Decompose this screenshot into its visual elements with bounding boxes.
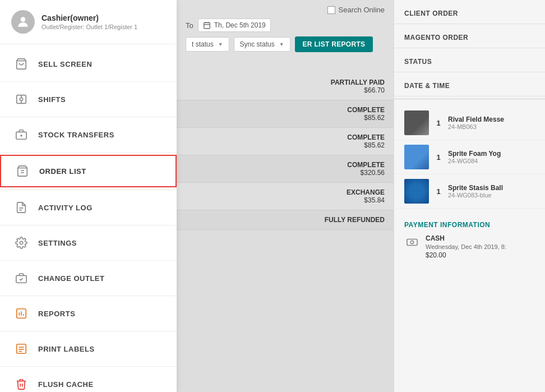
magento-order-label: MAGENTO ORDER: [404, 34, 468, 41]
order-items-list: 1 Rival Field Messe 24-MB063 1 Sprite Fo…: [394, 102, 545, 213]
order-amount: $85.62: [347, 141, 385, 149]
date-value: Th, Dec 5th 2019: [214, 21, 266, 29]
order-list-label: ORDER LIST: [39, 167, 86, 176]
search-online-checkbox[interactable]: [327, 6, 335, 14]
item-qty: 1: [435, 187, 442, 196]
order-row[interactable]: EXCHANGE $35.84: [177, 183, 394, 210]
status-caret-icon: ▼: [218, 41, 223, 47]
date-field[interactable]: Th, Dec 5th 2019: [198, 19, 271, 32]
print-labels-label: PRINT LABELS: [38, 345, 95, 353]
order-status: COMPLETE: [347, 133, 385, 141]
item-thumbnail: [404, 145, 429, 169]
user-sub: Outlet/Register: Outlet 1/Register 1: [41, 24, 137, 30]
order-status: EXCHANGE: [347, 188, 385, 196]
sync-status-label: Sync status: [240, 40, 275, 48]
settings-label: SETTINGS: [38, 239, 77, 247]
item-thumbnail: [404, 179, 429, 204]
order-status-block: PARTIALLY PAID $66.70: [331, 79, 385, 94]
item-sku: 24-WG083-blue: [448, 192, 503, 199]
reports-label: REPORTS: [38, 310, 75, 318]
sidebar-item-reports[interactable]: REPORTS: [0, 298, 177, 329]
sidebar-item-flush-cache[interactable]: FLUSH CACHE: [0, 369, 177, 392]
date-time-section: DATE & TIME: [394, 72, 545, 96]
svg-point-29: [410, 241, 414, 244]
sidebar-item-order-list[interactable]: ORDER LIST: [0, 155, 177, 187]
item-name: Sprite Foam Yog: [448, 150, 501, 158]
order-status-block: COMPLETE $85.62: [347, 106, 385, 122]
orders-icon: [15, 163, 30, 179]
item-name: Sprite Stasis Ball: [448, 184, 503, 192]
item-info: Rival Field Messe 24-MB063: [448, 116, 504, 130]
status-section: STATUS: [394, 48, 545, 72]
search-online-control[interactable]: Search Online: [327, 6, 385, 14]
payment-row: CASH Wednesday, Dec 4th 2019, 8: $20.00: [404, 234, 535, 259]
item-qty: 1: [435, 119, 442, 127]
order-status: COMPLETE: [347, 161, 385, 169]
svg-point-14: [20, 241, 23, 245]
log-icon: [13, 200, 29, 215]
order-status-block: COMPLETE $320.56: [347, 161, 385, 177]
status-filter[interactable]: t status ▼: [186, 37, 229, 52]
order-status-block: EXCHANGE $35.84: [347, 188, 385, 204]
cash-icon: [404, 234, 420, 250]
order-amount: $35.84: [347, 196, 385, 204]
sidebar-header: Cashier(owner) Outlet/Register: Outlet 1…: [0, 0, 177, 44]
order-row[interactable]: COMPLETE $320.56: [177, 155, 394, 183]
svg-point-3: [20, 98, 23, 101]
sidebar-item-stock-transfers[interactable]: STOCK TRANSFERS: [0, 119, 177, 150]
sidebar-item-sell-screen[interactable]: SELL SCREEN: [0, 49, 177, 79]
stock-transfers-label: STOCK TRANSFERS: [38, 131, 114, 139]
date-to-label: To: [186, 21, 193, 30]
item-qty: 1: [435, 153, 442, 162]
order-amount: $66.70: [331, 86, 385, 94]
item-info: Sprite Foam Yog 24-WG084: [448, 150, 501, 164]
reports-button[interactable]: ER LIST REPORTS: [295, 36, 373, 52]
gear-icon: [13, 235, 29, 251]
cart-icon: [13, 56, 29, 72]
list-item: 1 Sprite Foam Yog 24-WG084: [394, 140, 545, 174]
activity-log-label: ACTIVITY LOG: [38, 204, 93, 212]
payment-section: PAYMENT INFORMATION CASH Wednesday, Dec …: [394, 213, 545, 267]
sidebar-item-print-labels[interactable]: PRINT LABELS: [0, 334, 177, 364]
avatar: [11, 10, 35, 34]
sidebar-item-settings[interactable]: SETTINGS: [0, 228, 177, 258]
list-item: 1 Sprite Stasis Ball 24-WG083-blue: [394, 174, 545, 209]
payment-amount: $20.00: [426, 251, 506, 259]
status-filter-label: t status: [192, 40, 214, 48]
item-info: Sprite Stasis Ball 24-WG083-blue: [448, 184, 503, 199]
client-order-section: CLIENT ORDER: [394, 0, 545, 24]
sidebar-nav: SELL SCREEN SHIFTS: [0, 44, 177, 392]
orders-list: PARTIALLY PAID $66.70 COMPLETE $85.62 CO…: [177, 73, 394, 392]
order-status-block: COMPLETE $85.62: [347, 133, 385, 149]
item-sku: 24-MB063: [448, 123, 504, 130]
svg-rect-24: [204, 22, 210, 29]
item-sku: 24-WG084: [448, 158, 501, 164]
search-row: Search Online: [186, 6, 385, 14]
order-row[interactable]: COMPLETE $85.62: [177, 128, 394, 155]
order-row[interactable]: COMPLETE $85.62: [177, 100, 394, 128]
svg-rect-20: [17, 344, 26, 354]
date-row: To Th, Dec 5th 2019: [186, 19, 385, 32]
payment-details: CASH Wednesday, Dec 4th 2019, 8: $20.00: [426, 234, 506, 259]
sidebar-item-activity-log[interactable]: ACTIVITY LOG: [0, 192, 177, 223]
order-status: PARTIALLY PAID: [331, 79, 385, 86]
shifts-icon: [13, 91, 29, 107]
filter-bar: Search Online To Th, Dec 5th 2019 t stat…: [177, 0, 394, 73]
sidebar: Cashier(owner) Outlet/Register: Outlet 1…: [0, 0, 177, 392]
sidebar-item-shifts[interactable]: SHIFTS: [0, 84, 177, 114]
order-status: COMPLETE: [347, 106, 385, 114]
item-name: Rival Field Messe: [448, 116, 504, 123]
order-row[interactable]: FULLY REFUNDED: [177, 210, 394, 230]
search-online-label: Search Online: [339, 6, 385, 14]
order-status: FULLY REFUNDED: [325, 216, 385, 224]
sidebar-item-change-outlet[interactable]: CHANGE OUTLET: [0, 263, 177, 293]
order-status-block: FULLY REFUNDED: [325, 216, 385, 224]
payment-info-title: PAYMENT INFORMATION: [404, 221, 535, 229]
change-outlet-label: CHANGE OUTLET: [38, 274, 104, 283]
sync-status-filter[interactable]: Sync status ▼: [234, 37, 290, 52]
order-row[interactable]: PARTIALLY PAID $66.70: [177, 73, 394, 100]
flush-cache-label: FLUSH CACHE: [38, 380, 94, 389]
right-panel: CLIENT ORDER MAGENTO ORDER STATUS DATE &…: [394, 0, 545, 392]
status-label: STATUS: [404, 58, 432, 66]
order-amount: $320.56: [347, 169, 385, 177]
